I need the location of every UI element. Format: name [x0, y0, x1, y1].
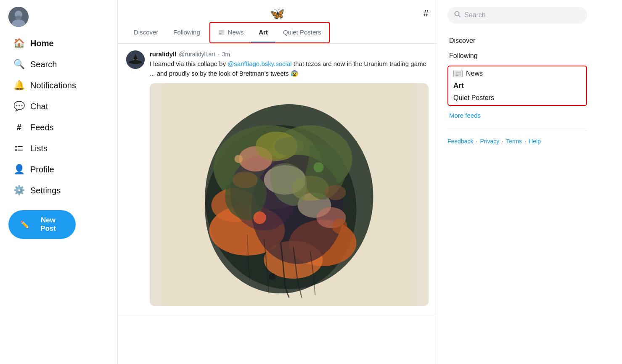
newspaper-icon: 📰	[218, 29, 225, 35]
tabs-highlight-group: 📰 News Art Quiet Posters	[209, 22, 330, 43]
footer-separator-2: ·	[502, 138, 503, 145]
topbar: 🦋 #	[118, 0, 437, 22]
post-handle: @ruralidyll.art	[179, 51, 215, 58]
footer-terms-link[interactable]: Terms	[506, 138, 522, 145]
footer-separator-3: ·	[524, 138, 526, 145]
sidebar-label-feeds: Feeds	[30, 123, 54, 132]
main-content: 🦋 # Discover Following 📰 News Art Quiet …	[118, 0, 437, 364]
lists-icon	[13, 143, 24, 154]
tab-following[interactable]: Following	[166, 23, 207, 42]
sidebar-label-home: Home	[30, 39, 54, 48]
footer-privacy-link[interactable]: Privacy	[480, 138, 499, 145]
search-placeholder: Search	[464, 11, 486, 19]
chat-icon: 💬	[13, 101, 24, 112]
svg-rect-7	[18, 150, 23, 150]
left-sidebar: 🏠 Home 🔍 Search 🔔 Notifications 💬 Chat #…	[0, 0, 118, 364]
sidebar-nav: 🏠 Home 🔍 Search 🔔 Notifications 💬 Chat #…	[8, 34, 109, 200]
post-avatar[interactable]	[126, 50, 145, 69]
right-feeds-highlight-box: 📰 News Art Quiet Posters	[447, 66, 587, 106]
search-box[interactable]: Search	[447, 7, 587, 24]
svg-point-32	[235, 155, 243, 163]
feeds-icon: #	[13, 122, 24, 133]
bluesky-logo: 🦋	[270, 7, 285, 21]
sidebar-item-search[interactable]: 🔍 Search	[8, 55, 109, 74]
post-header: ruralidyll @ruralidyll.art · 3m	[150, 50, 429, 58]
right-sidebar: Search Discover Following 📰 News Art Qui…	[437, 0, 597, 364]
right-feed-quiet-posters[interactable]: Quiet Posters	[453, 94, 581, 102]
search-icon: 🔍	[13, 59, 24, 70]
bell-icon: 🔔	[13, 80, 24, 91]
sidebar-item-feeds[interactable]: # Feeds	[8, 118, 109, 137]
tab-discover[interactable]: Discover	[126, 23, 166, 42]
edit-icon: ✏️	[20, 220, 29, 229]
svg-point-12	[137, 59, 138, 61]
right-nav-following[interactable]: Following	[447, 49, 587, 63]
sidebar-label-search: Search	[30, 60, 57, 69]
footer-help-link[interactable]: Help	[529, 138, 541, 145]
sidebar-label-settings: Settings	[30, 186, 61, 195]
more-feeds-link[interactable]: More feeds	[447, 108, 587, 122]
right-footer: Feedback · Privacy · Terms · Help	[447, 131, 587, 145]
sidebar-label-lists: Lists	[30, 144, 48, 153]
right-nav: Discover Following 📰 News Art Quiet Post…	[447, 34, 587, 122]
post-text: I learned via this collage by @sanftiago…	[150, 59, 429, 78]
right-feed-news[interactable]: 📰 News	[453, 70, 581, 77]
svg-point-3	[16, 16, 21, 20]
post-mention-link[interactable]: @sanftiago.bsky.social	[228, 60, 292, 67]
sidebar-item-chat[interactable]: 💬 Chat	[8, 97, 109, 116]
sidebar-item-lists[interactable]: Lists	[8, 139, 109, 158]
sidebar-item-settings[interactable]: ⚙️ Settings	[8, 181, 109, 200]
tab-news[interactable]: 📰 News	[210, 23, 251, 42]
svg-rect-5	[18, 146, 23, 147]
hashtag-icon[interactable]: #	[423, 8, 429, 19]
post-text-before: I learned via this collage by	[150, 60, 228, 67]
sidebar-label-notifications: Notifications	[30, 81, 76, 90]
feed-tabs: Discover Following 📰 News Art Quiet Post…	[118, 22, 437, 44]
svg-point-35	[304, 282, 309, 288]
post-feed: ruralidyll @ruralidyll.art · 3m I learne…	[118, 44, 437, 313]
tab-quiet-posters[interactable]: Quiet Posters	[275, 23, 329, 42]
home-icon: 🏠	[13, 38, 24, 49]
post-image	[150, 83, 429, 306]
avatar[interactable]	[8, 7, 29, 27]
svg-point-30	[254, 211, 266, 224]
svg-point-31	[314, 162, 324, 172]
svg-point-37	[325, 185, 346, 200]
footer-separator-1: ·	[476, 138, 477, 145]
post-displayname: ruralidyll	[150, 50, 176, 58]
svg-point-6	[15, 149, 17, 151]
search-icon	[454, 11, 461, 19]
settings-icon: ⚙️	[13, 185, 24, 196]
svg-point-33	[332, 219, 347, 234]
sidebar-item-notifications[interactable]: 🔔 Notifications	[8, 76, 109, 95]
svg-line-40	[459, 16, 461, 17]
post-time: 3m	[222, 51, 230, 58]
svg-point-36	[233, 171, 258, 188]
post-item: ruralidyll @ruralidyll.art · 3m I learne…	[118, 44, 437, 313]
footer-feedback-link[interactable]: Feedback	[447, 138, 473, 145]
sidebar-label-chat: Chat	[30, 102, 48, 111]
sidebar-item-profile[interactable]: 👤 Profile	[8, 160, 109, 179]
newspaper-icon: 📰	[453, 70, 463, 77]
sidebar-label-profile: Profile	[30, 165, 54, 174]
right-nav-discover[interactable]: Discover	[447, 34, 587, 48]
svg-point-4	[15, 146, 17, 148]
profile-icon: 👤	[13, 164, 24, 175]
right-feed-art[interactable]: Art	[453, 82, 581, 90]
svg-point-11	[133, 59, 135, 61]
post-body: ruralidyll @ruralidyll.art · 3m I learne…	[150, 50, 429, 306]
svg-point-38	[275, 137, 304, 156]
sidebar-item-home[interactable]: 🏠 Home	[8, 34, 109, 53]
new-post-button[interactable]: ✏️ New Post	[8, 210, 76, 239]
tab-art[interactable]: Art	[251, 23, 275, 42]
svg-point-34	[269, 273, 276, 280]
post-separator: ·	[218, 51, 220, 58]
new-post-label: New Post	[32, 216, 64, 233]
